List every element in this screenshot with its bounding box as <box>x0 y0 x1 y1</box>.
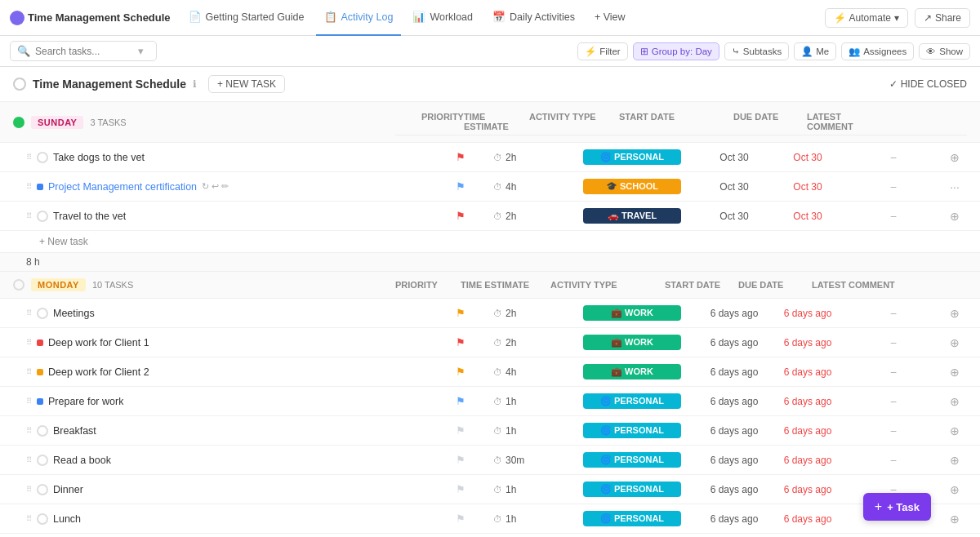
filter-button[interactable]: ⚡ Filter <box>577 42 628 60</box>
due-date-cell: Oct 30 <box>771 152 844 163</box>
project-circle <box>13 78 26 91</box>
priority-flag[interactable]: ⚑ <box>456 424 466 437</box>
add-task-fab[interactable]: + + Task <box>863 493 931 521</box>
tab-getting-started[interactable]: 📄 Getting Started Guide <box>180 0 313 36</box>
drag-handle[interactable]: ⠿ <box>26 367 32 376</box>
priority-flag[interactable]: ⚑ <box>456 336 466 348</box>
row-action[interactable]: ⊕ <box>942 210 967 223</box>
priority-flag[interactable]: ⚑ <box>456 307 466 319</box>
chevron-down-icon: ▾ <box>894 12 899 24</box>
drag-handle[interactable]: ⠿ <box>26 308 32 317</box>
table-row: ⠿Project Management certification ⚑ ⏱ 30… <box>0 534 980 537</box>
task-checkbox[interactable] <box>37 308 48 319</box>
drag-handle[interactable]: ⠿ <box>26 455 32 464</box>
tab-workload[interactable]: 📊 Workload <box>404 0 481 36</box>
task-checkbox[interactable] <box>37 455 48 466</box>
list-icon: 📋 <box>324 11 337 23</box>
activity-badge: 💼 WORK <box>583 305 681 321</box>
row-action[interactable]: ⊕ <box>942 366 967 379</box>
drag-handle[interactable]: ⠿ <box>26 485 32 494</box>
search-input[interactable] <box>35 46 133 57</box>
add-task-sunday[interactable]: + New task <box>0 231 980 253</box>
priority-cell: ⚑ <box>428 210 493 222</box>
search-box[interactable]: 🔍 ▾ <box>10 41 157 61</box>
project-header: Time Management Schedule ℹ + NEW TASK ✓ … <box>0 67 980 102</box>
new-task-button[interactable]: + NEW TASK <box>208 75 285 93</box>
task-checkbox[interactable] <box>37 425 48 437</box>
group-by-button[interactable]: ⊞ Group by: Day <box>633 42 719 60</box>
drag-handle[interactable]: ⠿ <box>26 514 32 523</box>
priority-flag[interactable]: ⚑ <box>456 180 466 193</box>
table-row: ⠿ Take dogs to the vet ⚑ ⏱ 2h 🌀 PERSONAL… <box>0 143 980 172</box>
row-action[interactable]: ⊕ <box>942 513 967 526</box>
person-icon: 👤 <box>801 46 813 57</box>
me-button[interactable]: 👤 Me <box>794 42 836 60</box>
table-row: ⠿Lunch ⚑ ⏱ 1h 🌀 PERSONAL 6 days ago 6 da… <box>0 504 980 534</box>
priority-dot <box>37 184 43 190</box>
priority-cell: ⚑ <box>428 180 493 193</box>
clock-icon: ⏱ <box>493 397 502 406</box>
priority-flag[interactable]: ⚑ <box>456 483 466 495</box>
drag-handle[interactable]: ⠿ <box>26 182 32 191</box>
info-icon[interactable]: ℹ <box>193 78 197 90</box>
drag-handle[interactable]: ⠿ <box>26 397 32 406</box>
toolbar: 🔍 ▾ ⚡ Filter ⊞ Group by: Day ⤷ Subtasks … <box>0 36 980 67</box>
clock-icon: ⏱ <box>493 514 502 524</box>
clock-icon: ⏱ <box>493 455 502 465</box>
tab-daily-activities[interactable]: 📅 Daily Activities <box>484 0 583 36</box>
subtasks-button[interactable]: ⤷ Subtasks <box>724 42 789 60</box>
row-action[interactable]: ⊕ <box>942 307 967 320</box>
drag-handle[interactable]: ⠿ <box>26 153 32 162</box>
automate-button[interactable]: ⚡ Automate ▾ <box>825 8 908 28</box>
tab-activity-log[interactable]: 📋 Activity Log <box>316 0 402 36</box>
task-checkbox[interactable] <box>37 152 48 163</box>
row-action[interactable]: ⊕ <box>942 424 967 437</box>
activity-badge: 🌀 PERSONAL <box>583 149 681 165</box>
chart-icon: 📊 <box>412 11 425 23</box>
app-icon <box>10 11 24 25</box>
toolbar-actions: ⚡ Filter ⊞ Group by: Day ⤷ Subtasks 👤 Me… <box>577 42 970 60</box>
table-row: ⠿ Travel to the vet ⚑ ⏱ 2h 🚗 TRAVEL Oct … <box>0 202 980 231</box>
sunday-task-count: 3 TASKS <box>90 118 126 127</box>
activity-badge: 🌀 PERSONAL <box>583 452 681 468</box>
row-action[interactable]: ⊕ <box>942 336 967 349</box>
tab-add-view[interactable]: + View <box>586 0 634 36</box>
group-header-sunday: SUNDAY 3 TASKS PRIORITY TIME ESTIMATE AC… <box>0 102 980 143</box>
drag-handle[interactable]: ⠿ <box>26 211 32 220</box>
monday-task-count: 10 TASKS <box>92 280 133 290</box>
project-title: Time Management Schedule <box>33 78 186 91</box>
priority-flag[interactable]: ⚑ <box>456 210 466 222</box>
app-title: Time Management Schedule <box>28 11 171 24</box>
priority-cell: ⚑ <box>428 151 493 163</box>
task-checkbox[interactable] <box>37 513 48 525</box>
priority-flag[interactable]: ⚑ <box>456 151 466 163</box>
show-button[interactable]: 👁 Show <box>919 43 970 60</box>
priority-flag[interactable]: ⚑ <box>456 366 466 378</box>
row-action[interactable]: ⊕ <box>942 151 967 164</box>
nav-actions: ⚡ Automate ▾ ↗ Share <box>825 8 970 28</box>
total-row-sunday: 8 h <box>0 253 980 272</box>
assignees-icon: 👥 <box>849 46 860 57</box>
priority-dot <box>37 340 43 346</box>
priority-flag[interactable]: ⚑ <box>456 513 466 525</box>
share-icon: ↗ <box>924 12 932 24</box>
table-row: ⠿ Project Management certification ↻ ↩ ✏… <box>0 172 980 202</box>
clock-icon: ⏱ <box>493 485 502 495</box>
subtasks-icon: ⤷ <box>732 46 740 57</box>
priority-flag[interactable]: ⚑ <box>456 395 466 407</box>
row-action[interactable]: ⊕ <box>942 395 967 408</box>
group-label-monday: MONDAY <box>31 278 86 291</box>
task-checkbox[interactable] <box>37 484 48 495</box>
assignees-button[interactable]: 👥 Assignees <box>841 42 914 60</box>
task-checkbox[interactable] <box>37 211 48 222</box>
drag-handle[interactable]: ⠿ <box>26 338 32 347</box>
share-button[interactable]: ↗ Share <box>915 8 970 28</box>
hide-closed-button[interactable]: ✓ HIDE CLOSED <box>889 78 967 90</box>
row-action[interactable]: ··· <box>942 180 967 193</box>
start-date-cell: Oct 30 <box>697 181 771 193</box>
priority-flag[interactable]: ⚑ <box>456 454 466 466</box>
row-action[interactable]: ⊕ <box>942 454 967 467</box>
drag-handle[interactable]: ⠿ <box>26 426 32 435</box>
activity-badge: 🌀 PERSONAL <box>583 423 681 438</box>
row-action[interactable]: ⊕ <box>942 483 967 496</box>
